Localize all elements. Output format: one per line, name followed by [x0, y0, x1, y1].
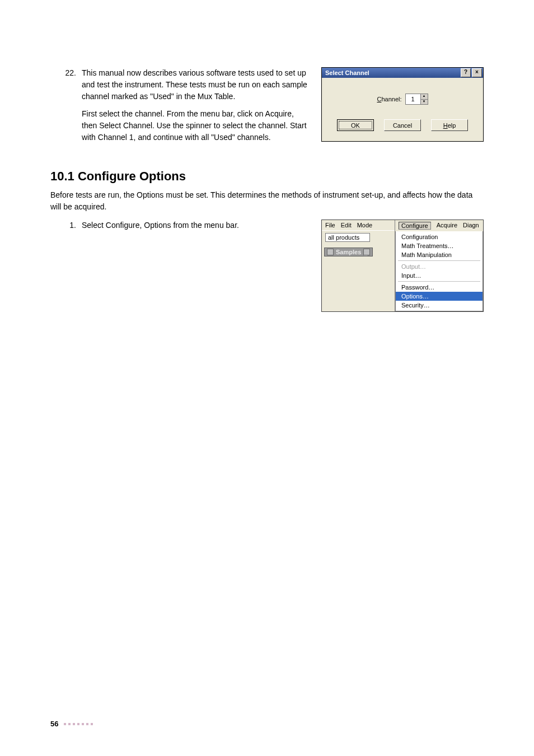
- step-1-block: 1. Select Configure, Options from the me…: [50, 220, 484, 312]
- menubar-left: File Edit Mode: [322, 220, 395, 230]
- page-number: 56: [50, 720, 58, 728]
- dialog-titlebar[interactable]: Select Channel ? ×: [322, 68, 483, 78]
- menu-separator: [398, 260, 480, 261]
- paragraph: Select Configure, Options from the menu …: [82, 220, 239, 231]
- channel-label: Channel:: [377, 96, 401, 102]
- dialog-title: Select Channel: [325, 69, 460, 76]
- menuitem-options[interactable]: Options…: [396, 292, 483, 301]
- footer-dots-icon: [64, 723, 93, 725]
- section-heading: 10.1 Configure Options: [50, 169, 484, 184]
- menubar-right: Configure Acquire Diagn: [395, 220, 483, 231]
- menuitem-configuration[interactable]: Configuration: [396, 232, 483, 241]
- document-page: 22. This manual now describes various so…: [0, 0, 534, 756]
- menu-separator: [398, 281, 480, 282]
- menuitem-password[interactable]: Password…: [396, 283, 483, 292]
- menuitem-security[interactable]: Security…: [396, 301, 483, 310]
- ok-button[interactable]: OK: [337, 119, 374, 131]
- page-footer: 56: [50, 720, 93, 728]
- channel-input[interactable]: [406, 94, 420, 104]
- channel-spinner[interactable]: ▲ ▼: [405, 94, 428, 105]
- spinner-up-icon[interactable]: ▲: [421, 94, 428, 100]
- menuitem-input[interactable]: Input…: [396, 271, 483, 280]
- list-number: 22.: [50, 67, 82, 143]
- help-icon[interactable]: ?: [461, 68, 471, 77]
- close-icon[interactable]: ×: [472, 68, 482, 77]
- cancel-button[interactable]: Cancel: [384, 119, 421, 131]
- help-button[interactable]: Help: [431, 119, 468, 131]
- paragraph: Before tests are run, the Options must b…: [50, 189, 484, 213]
- menu-acquire[interactable]: Acquire: [437, 222, 457, 230]
- menu-mode[interactable]: Mode: [357, 222, 373, 228]
- menu-configure[interactable]: Configure: [399, 222, 431, 230]
- step-22-block: 22. This manual now describes various so…: [50, 67, 484, 150]
- window-icon: [327, 249, 334, 255]
- spinner-down-icon[interactable]: ▼: [421, 100, 428, 105]
- step-22-text: 22. This manual now describes various so…: [50, 67, 308, 150]
- menu-file[interactable]: File: [325, 222, 335, 228]
- menuitem-math-treatments[interactable]: Math Treatments…: [396, 241, 483, 250]
- samples-tab-label: Samples: [336, 249, 361, 255]
- paragraph: First select the channel. From the menu …: [82, 108, 308, 143]
- menu-diagn[interactable]: Diagn: [463, 222, 479, 230]
- menu-edit[interactable]: Edit: [341, 222, 352, 228]
- products-field[interactable]: all products: [325, 233, 370, 242]
- menuitem-math-manipulation[interactable]: Math Manipulation: [396, 250, 483, 259]
- select-channel-dialog: Select Channel ? × Channel: ▲ ▼: [321, 67, 484, 142]
- menu-screenshot: File Edit Mode all products Samples _: [321, 220, 484, 312]
- menuitem-output: Output…: [396, 262, 483, 271]
- configure-dropdown: Configuration Math Treatments… Math Mani…: [395, 231, 483, 311]
- paragraph: This manual now describes various softwa…: [82, 67, 308, 102]
- list-number: 1.: [50, 220, 82, 231]
- samples-tab[interactable]: Samples _: [324, 248, 373, 256]
- minimize-icon: _: [363, 249, 370, 255]
